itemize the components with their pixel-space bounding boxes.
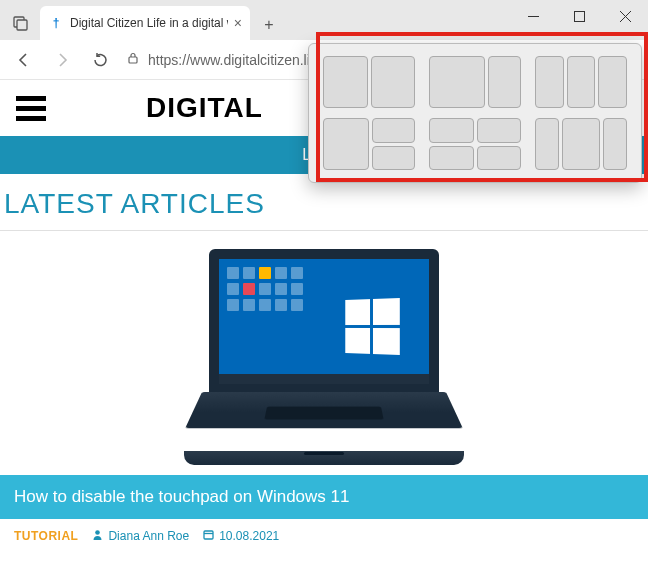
svg-point-7	[96, 530, 101, 535]
browser-tab[interactable]: † Digital Citizen Life in a digital wo ×	[40, 6, 250, 40]
tab-close-button[interactable]: ×	[234, 15, 242, 31]
forward-button[interactable]	[46, 44, 78, 76]
url-text: https://www.digitalcitizen.li	[148, 52, 310, 68]
article-meta: TUTORIAL Diana Ann Roe 10.08.2021	[0, 519, 648, 553]
window-close-button[interactable]	[602, 0, 648, 32]
article-title[interactable]: How to disable the touchpad on Windows 1…	[0, 475, 648, 519]
svg-rect-6	[129, 57, 137, 63]
snap-layout-option-1[interactable]	[323, 56, 415, 108]
hamburger-menu-button[interactable]	[16, 96, 46, 121]
snap-layout-option-4[interactable]	[323, 118, 415, 170]
window-maximize-button[interactable]	[556, 0, 602, 32]
snap-layout-option-6[interactable]	[535, 118, 627, 170]
svg-rect-3	[574, 11, 584, 21]
date-text: 10.08.2021	[219, 529, 279, 543]
window-titlebar: † Digital Citizen Life in a digital wo ×…	[0, 0, 648, 40]
calendar-icon	[203, 529, 214, 543]
snap-layouts-flyout	[308, 43, 642, 183]
article-date: 10.08.2021	[203, 529, 279, 543]
site-brand: DIGITAL	[146, 92, 263, 124]
svg-rect-8	[204, 531, 213, 539]
article-category[interactable]: TUTORIAL	[14, 529, 78, 543]
snap-layout-option-5[interactable]	[429, 118, 521, 170]
lock-icon	[126, 51, 140, 68]
snap-layout-option-2[interactable]	[429, 56, 521, 108]
new-tab-button[interactable]: +	[254, 10, 284, 40]
tab-actions-button[interactable]	[6, 8, 36, 38]
article-author[interactable]: Diana Ann Roe	[92, 529, 189, 543]
article-image	[0, 231, 648, 475]
tab-title: Digital Citizen Life in a digital wo	[70, 16, 228, 30]
person-icon	[92, 529, 103, 543]
window-minimize-button[interactable]	[510, 0, 556, 32]
refresh-button[interactable]	[84, 44, 116, 76]
snap-layout-option-3[interactable]	[535, 56, 627, 108]
svg-rect-1	[17, 20, 27, 30]
author-name: Diana Ann Roe	[108, 529, 189, 543]
back-button[interactable]	[8, 44, 40, 76]
favicon-icon: †	[48, 15, 64, 31]
